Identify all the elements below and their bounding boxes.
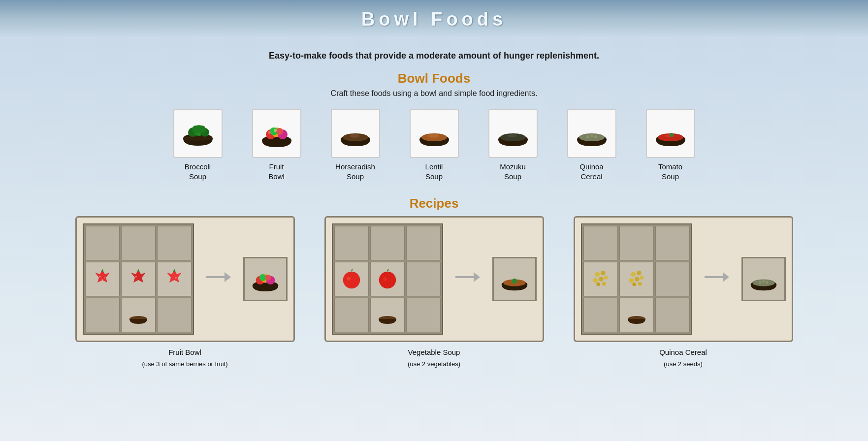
grid-cell [85, 298, 120, 332]
svg-point-74 [638, 282, 642, 286]
svg-point-12 [276, 128, 283, 135]
grid-cell-strawberry [157, 262, 192, 296]
recipe-label-quinoa-cereal: Quinoa Cereal(use 2 seeds) [659, 347, 707, 369]
food-item-lentil-soup: LentilSoup [405, 109, 464, 181]
recipes-section: Recipes [0, 191, 868, 379]
grid-cell [583, 298, 618, 332]
svg-point-79 [759, 281, 761, 284]
svg-marker-76 [705, 272, 729, 282]
food-icon-tomato-soup [646, 109, 695, 158]
svg-point-69 [637, 271, 642, 276]
svg-point-52 [343, 272, 360, 289]
svg-point-63 [593, 278, 598, 283]
svg-point-14 [274, 129, 277, 132]
svg-point-13 [268, 131, 271, 134]
grid-cell-strawberry [85, 262, 120, 296]
food-item-broccoli-soup: BroccoliSoup [168, 109, 227, 181]
recipe-arrow [700, 267, 734, 291]
crafting-grid-vegetable-soup [332, 223, 443, 335]
grid-cell [334, 298, 369, 332]
recipe-visual-vegetable-soup [324, 216, 544, 342]
food-item-quinoa-cereal: QuinoaCereal [562, 109, 621, 181]
recipes-row: Fruit Bowl(use 3 of same berries or frui… [39, 216, 829, 369]
svg-point-23 [507, 134, 517, 137]
svg-point-32 [670, 133, 674, 137]
food-item-horseradish-soup: HorseradishSoup [326, 109, 385, 181]
bowl-foods-section-subtitle: Craft these foods using a bowl and simpl… [39, 89, 829, 98]
grid-cell [157, 226, 192, 260]
svg-point-71 [635, 277, 640, 282]
svg-marker-39 [137, 269, 139, 272]
svg-marker-34 [101, 269, 103, 272]
svg-point-53 [347, 277, 351, 281]
food-label-mozuku-soup: MozukuSoup [500, 162, 526, 181]
svg-point-27 [590, 134, 593, 137]
svg-point-65 [604, 276, 608, 280]
recipe-visual-fruit-bowl [75, 216, 295, 342]
grid-cell [583, 226, 618, 260]
recipe-result-vegetable-soup [492, 257, 537, 301]
food-items-row: BroccoliSoup FruitBowl [39, 109, 829, 181]
svg-point-37 [101, 279, 103, 281]
svg-point-73 [632, 283, 636, 286]
food-item-fruit-bowl: FruitBowl [247, 109, 306, 181]
food-icon-quinoa-cereal [567, 109, 616, 158]
svg-marker-57 [455, 272, 480, 282]
svg-point-60 [512, 278, 517, 284]
food-label-fruit-bowl: FruitBowl [268, 162, 285, 181]
crafting-grid-fruit-bowl [83, 223, 194, 335]
svg-point-80 [762, 280, 765, 283]
grid-cell [157, 298, 192, 332]
recipe-card-fruit-bowl: Fruit Bowl(use 3 of same berries or frui… [75, 216, 295, 369]
grid-cell [85, 226, 120, 260]
svg-point-54 [379, 272, 396, 289]
grid-cell-strawberry [121, 262, 156, 296]
recipe-label-vegetable-soup: Vegetable Soup(use 2 vegetables) [408, 347, 460, 369]
page-title: Bowl Foods [0, 9, 868, 30]
food-label-tomato-soup: TomatoSoup [658, 162, 682, 181]
svg-point-17 [350, 134, 359, 138]
svg-point-26 [586, 135, 589, 138]
crafting-grid-quinoa-cereal [581, 223, 692, 335]
svg-point-28 [594, 135, 597, 138]
food-label-horseradish-soup: HorseradishSoup [335, 162, 375, 181]
grid-cell [121, 226, 156, 260]
svg-point-61 [595, 272, 600, 277]
recipe-arrow [202, 267, 235, 291]
svg-point-72 [640, 276, 643, 280]
svg-point-35 [99, 276, 101, 278]
grid-cell [406, 262, 441, 296]
grid-cell [655, 298, 690, 332]
food-icon-mozuku-soup [488, 109, 538, 158]
bowl-foods-section: Bowl Foods Craft these foods using a bow… [0, 66, 868, 191]
page-subtitle: Easy-to-make foods that provide a modera… [0, 51, 868, 61]
grid-cell-bowl [619, 298, 654, 332]
recipe-visual-quinoa-cereal [574, 216, 793, 342]
svg-point-70 [629, 278, 634, 283]
svg-point-81 [766, 281, 768, 284]
food-item-tomato-soup: TomatoSoup [641, 109, 700, 181]
recipe-arrow [451, 267, 484, 291]
recipe-card-quinoa-cereal: Quinoa Cereal(use 2 seeds) [574, 216, 793, 369]
recipe-card-vegetable-soup: Vegetable Soup(use 2 vegetables) [324, 216, 544, 369]
food-icon-fruit-bowl [252, 109, 301, 158]
recipe-result-fruit-bowl [243, 257, 288, 301]
svg-point-40 [135, 276, 137, 278]
food-item-mozuku-soup: MozukuSoup [483, 109, 543, 181]
grid-cell-seeds [619, 262, 654, 296]
recipes-section-title: Recipes [39, 196, 829, 211]
food-icon-horseradish-soup [331, 109, 380, 158]
svg-point-67 [602, 282, 606, 286]
svg-point-5 [198, 126, 206, 133]
svg-marker-42 [173, 269, 175, 272]
svg-point-36 [104, 277, 106, 279]
grid-cell [619, 226, 654, 260]
grid-cell-seeds [583, 262, 618, 296]
food-label-broccoli-soup: BroccoliSoup [185, 162, 211, 181]
recipe-label-fruit-bowl: Fruit Bowl(use 3 of same berries or frui… [142, 347, 227, 369]
food-label-lentil-soup: LentilSoup [425, 162, 443, 181]
svg-point-62 [601, 271, 606, 276]
svg-point-55 [383, 277, 387, 281]
food-icon-broccoli-soup [173, 109, 223, 158]
svg-point-51 [265, 274, 271, 280]
